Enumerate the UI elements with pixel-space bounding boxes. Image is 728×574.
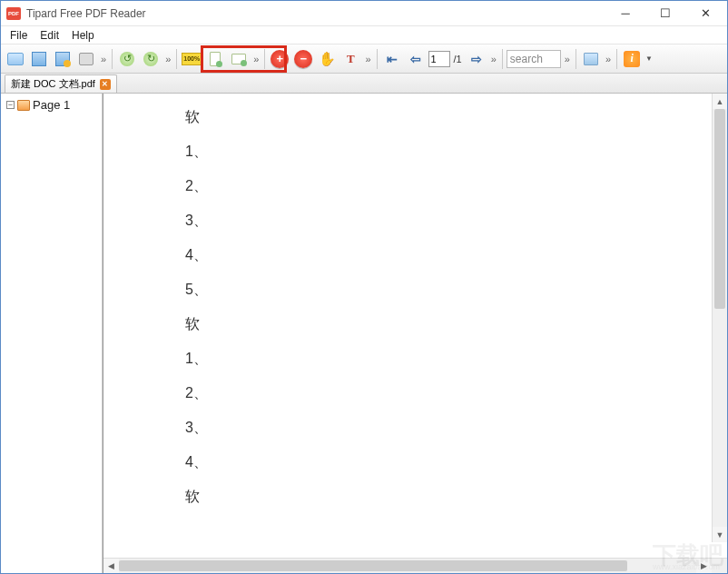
separator [264, 49, 265, 69]
dropdown-arrow-icon[interactable]: ▼ [645, 54, 653, 63]
document-line: 软 [185, 490, 727, 504]
horizontal-scroll-thumb[interactable] [119, 560, 627, 571]
save-button[interactable] [28, 48, 50, 70]
rotate-right-icon [143, 52, 158, 66]
workspace: − Page 1 软1、2、3、4、5、软1、2、3、4、软 ▲ ▼ ◀ ▶ [1, 94, 727, 573]
document-line: 1、 [185, 144, 727, 159]
info-icon: i [624, 51, 640, 67]
document-line: 2、 [185, 179, 727, 193]
print-icon [79, 53, 93, 65]
minimize-button[interactable]: ─ [605, 2, 645, 25]
prev-page-icon: ⇦ [408, 52, 424, 66]
rotate-left-icon [120, 52, 134, 66]
scroll-down-button[interactable]: ▼ [713, 527, 727, 542]
save-icon [32, 52, 46, 66]
page-label: Page 1 [33, 98, 70, 112]
separator [502, 49, 503, 69]
document-line: 软 [185, 110, 727, 124]
about-button[interactable]: i [621, 48, 643, 70]
overflow-icon[interactable]: » [163, 54, 172, 64]
open-icon [7, 53, 24, 65]
zoom-100-icon: 100% [182, 53, 202, 65]
tab-filename: 新建 DOC 文档.pdf [11, 77, 95, 91]
next-page-button[interactable]: ⇨ [466, 48, 487, 70]
overflow-icon[interactable]: » [489, 54, 498, 64]
hand-icon: ✋ [319, 51, 336, 67]
fit-height-button[interactable] [228, 48, 250, 70]
document-content: 软1、2、3、4、5、软1、2、3、4、软 [103, 94, 727, 504]
separator [576, 49, 576, 69]
first-page-button[interactable]: ⇤ [381, 48, 403, 70]
separator [377, 49, 378, 69]
page-sidebar: − Page 1 [1, 94, 103, 573]
document-line: 4、 [185, 248, 727, 262]
fit-width-button[interactable] [204, 48, 226, 70]
close-button[interactable]: ✕ [685, 2, 725, 25]
document-line: 1、 [185, 351, 727, 366]
zoom-100-button[interactable]: 100% [181, 48, 202, 70]
document-line: 3、 [185, 213, 727, 228]
window-title: Tipard Free PDF Reader [26, 7, 605, 20]
horizontal-scroll-track[interactable] [119, 559, 696, 573]
prev-page-button[interactable]: ⇦ [405, 48, 427, 70]
separator [176, 49, 177, 69]
document-area: 软1、2、3、4、5、软1、2、3、4、软 ▲ ▼ ◀ ▶ [103, 94, 727, 573]
zoom-out-button[interactable]: − [292, 48, 314, 70]
hand-tool-button[interactable]: ✋ [316, 48, 338, 70]
overflow-icon[interactable]: » [251, 54, 261, 64]
rotate-left-button[interactable] [116, 48, 138, 70]
document-line: 4、 [185, 455, 727, 470]
snapshot-button[interactable] [580, 48, 602, 70]
document-line: 3、 [185, 421, 727, 435]
document-viewport[interactable]: 软1、2、3、4、5、软1、2、3、4、软 ▲ ▼ [103, 94, 727, 558]
page-number-input[interactable] [428, 51, 450, 67]
vertical-scrollbar[interactable]: ▲ ▼ [712, 94, 727, 542]
scroll-right-button[interactable]: ▶ [696, 559, 712, 573]
page-icon [17, 100, 30, 111]
saveas-icon [55, 52, 70, 66]
fit-width-icon [210, 52, 221, 66]
document-tab[interactable]: 新建 DOC 文档.pdf ✕ [5, 74, 117, 93]
fit-height-icon [231, 54, 246, 64]
maximize-button[interactable]: ☐ [645, 2, 685, 25]
text-icon: T [347, 52, 355, 66]
next-page-icon: ⇨ [468, 52, 485, 66]
rotate-right-button[interactable] [140, 48, 162, 70]
scroll-up-button[interactable]: ▲ [713, 94, 727, 109]
tab-close-button[interactable]: ✕ [100, 79, 111, 90]
app-icon [6, 7, 21, 20]
overflow-icon[interactable]: » [563, 54, 572, 64]
overflow-icon[interactable]: » [604, 54, 613, 64]
zoom-in-button[interactable]: + [269, 48, 290, 70]
first-page-icon: ⇤ [384, 52, 400, 66]
vertical-scroll-thumb[interactable] [714, 109, 725, 309]
plus-icon: + [271, 50, 289, 68]
separator [112, 49, 113, 69]
text-select-button[interactable]: T [339, 48, 361, 70]
document-tabbar: 新建 DOC 文档.pdf ✕ [1, 74, 727, 94]
scroll-corner [712, 559, 727, 573]
menubar: File Edit Help [1, 26, 727, 45]
toolbar: » » 100% » + − ✋ T » ⇤ ⇦ /1 ⇨ » » » i [1, 45, 727, 74]
overflow-icon[interactable]: » [363, 54, 372, 64]
minus-icon: − [294, 50, 312, 68]
scroll-left-button[interactable]: ◀ [103, 559, 119, 573]
document-line: 2、 [185, 386, 727, 401]
separator [616, 49, 617, 69]
document-line: 5、 [185, 282, 727, 297]
saveas-button[interactable] [52, 48, 74, 70]
page-tree-item[interactable]: − Page 1 [5, 97, 98, 113]
horizontal-scrollbar[interactable]: ◀ ▶ [103, 558, 727, 573]
overflow-icon[interactable]: » [99, 54, 108, 64]
search-input[interactable] [507, 50, 561, 68]
image-icon [584, 53, 598, 65]
menu-file[interactable]: File [5, 28, 33, 43]
open-button[interactable] [5, 48, 26, 70]
document-line: 软 [185, 317, 727, 332]
tree-collapse-icon[interactable]: − [6, 101, 15, 109]
print-button[interactable] [75, 48, 97, 70]
page-total-label: /1 [452, 54, 464, 64]
menu-edit[interactable]: Edit [34, 28, 64, 43]
menu-help[interactable]: Help [66, 28, 100, 43]
titlebar: Tipard Free PDF Reader ─ ☐ ✕ [1, 1, 727, 26]
